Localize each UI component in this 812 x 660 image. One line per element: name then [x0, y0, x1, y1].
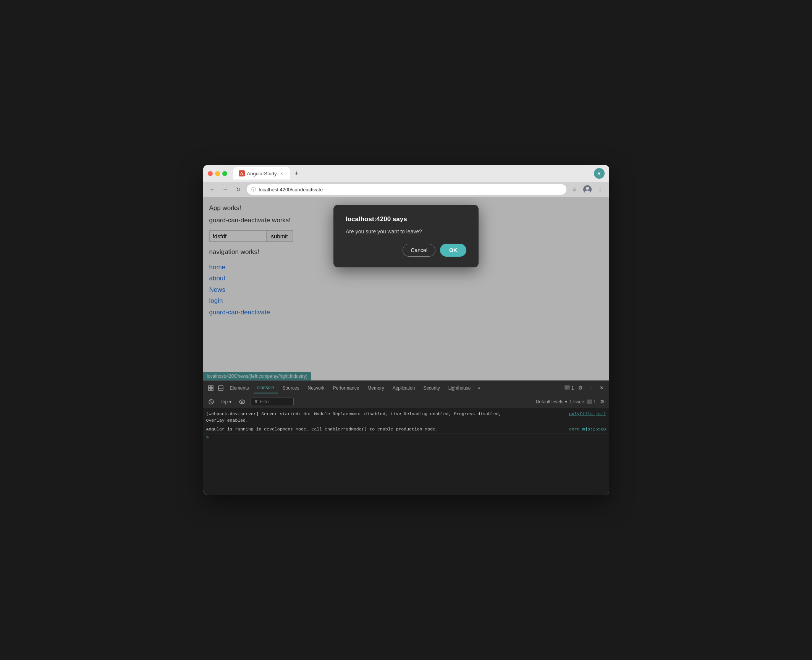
close-traffic-light[interactable]: [208, 171, 213, 176]
console-right-actions: Default levels ▾ 1 Issue: 1 ⚙: [536, 398, 606, 406]
dialog-message: Are you sure you want to leave?: [346, 228, 466, 235]
svg-rect-7: [218, 386, 223, 390]
new-tab-button[interactable]: +: [291, 168, 302, 179]
traffic-lights: [208, 171, 227, 176]
devtools-tab-sources[interactable]: Sources: [279, 383, 303, 393]
devtools-right-actions: 1 ⚙ ⋮ ✕: [565, 384, 606, 392]
console-line-2: Angular is running in development mode. …: [203, 425, 609, 434]
issue-count-badge[interactable]: 1 Issue: 1: [569, 399, 596, 404]
security-icon: ⓘ: [251, 186, 256, 193]
devtools-more-button[interactable]: »: [475, 384, 482, 392]
devtools-tab-memory[interactable]: Memory: [364, 383, 388, 393]
active-tab[interactable]: A AngularStudy ×: [233, 167, 290, 180]
issues-count: 1: [571, 385, 574, 391]
browser-window: A AngularStudy × + ▾ ← → ↻ ⓘ localhost:4…: [203, 165, 609, 495]
url-bar[interactable]: ⓘ localhost:4200/candeactivate: [247, 184, 566, 195]
address-actions: ☆ ⋮: [570, 184, 605, 194]
console-top-selector[interactable]: top ▾: [219, 398, 234, 405]
forward-button[interactable]: →: [221, 185, 230, 194]
devtools-tab-application[interactable]: Application: [389, 383, 419, 393]
console-output: [webpack-dev-server] Server started: Hot…: [203, 408, 609, 495]
devtools-tab-console[interactable]: Console: [254, 383, 278, 393]
svg-point-14: [239, 400, 245, 404]
bookmark-button[interactable]: ☆: [570, 185, 579, 194]
reload-button[interactable]: ↻: [234, 185, 243, 194]
minimize-traffic-light[interactable]: [215, 171, 220, 176]
dialog-ok-button[interactable]: OK: [440, 244, 466, 257]
issue-number: 1: [594, 399, 596, 404]
url-text: localhost:4200/candeactivate: [259, 187, 562, 192]
devtools-tab-network[interactable]: Network: [304, 383, 328, 393]
filter-icon: [254, 400, 258, 404]
back-button[interactable]: ←: [208, 185, 217, 194]
devtools-tab-elements[interactable]: Elements: [226, 383, 253, 393]
dialog-cancel-button[interactable]: Cancel: [403, 244, 435, 257]
svg-rect-5: [209, 388, 210, 390]
address-bar: ← → ↻ ⓘ localhost:4200/candeactivate ☆ ⋮: [203, 182, 609, 197]
devtools-settings-button[interactable]: ⚙: [576, 384, 585, 392]
console-clear-button[interactable]: [206, 398, 216, 405]
devtools-tabs: Elements Console Sources Network Perform…: [203, 381, 609, 395]
svg-rect-3: [209, 386, 210, 388]
filter-input[interactable]: [260, 399, 290, 404]
console-prompt[interactable]: >: [203, 434, 609, 442]
console-context-label: top: [222, 399, 228, 404]
profile-avatar: [583, 185, 592, 194]
console-settings-button[interactable]: ⚙: [598, 398, 606, 406]
console-filter[interactable]: [251, 398, 294, 406]
devtools-close-button[interactable]: ✕: [598, 384, 606, 392]
devtools-dock-bottom[interactable]: [216, 383, 225, 393]
tab-title: AngularStudy: [247, 171, 277, 176]
default-levels-arrow: ▾: [565, 399, 567, 404]
devtools-more-actions[interactable]: ⋮: [587, 384, 595, 392]
default-levels-label: Default levels: [536, 399, 563, 404]
devtools-tab-performance[interactable]: Performance: [329, 383, 363, 393]
console-eye-button[interactable]: [237, 399, 247, 405]
menu-button[interactable]: ⋮: [595, 185, 605, 194]
issues-badge[interactable]: 1: [565, 385, 574, 391]
devtools-tab-security[interactable]: Security: [419, 383, 443, 393]
dialog-overlay: localhost:4200 says Are you sure you wan…: [203, 197, 609, 380]
devtools-panel: Elements Console Sources Network Perform…: [203, 380, 609, 495]
console-text-2: Angular is running in development mode. …: [206, 426, 563, 432]
svg-point-2: [585, 191, 590, 194]
main-content: App works! guard-can-deactivate works! s…: [203, 197, 609, 380]
tab-menu-button[interactable]: ▾: [594, 168, 605, 179]
dialog-title: localhost:4200 says: [346, 215, 466, 223]
svg-line-13: [210, 400, 213, 403]
console-link-1[interactable]: polyfills.js:1: [563, 411, 606, 424]
devtools-tab-lighthouse[interactable]: Lighthouse: [445, 383, 475, 393]
svg-rect-9: [565, 385, 570, 390]
dialog-buttons: Cancel OK: [346, 244, 466, 257]
profile-button[interactable]: [582, 184, 592, 194]
svg-rect-19: [587, 400, 592, 404]
default-levels-button[interactable]: Default levels ▾: [536, 399, 567, 404]
confirm-dialog: localhost:4200 says Are you sure you wan…: [333, 205, 479, 267]
console-link-2[interactable]: core.mjs:25520: [563, 426, 606, 432]
svg-point-15: [241, 401, 243, 403]
issue-label: 1 Issue:: [569, 399, 586, 404]
fullscreen-traffic-light[interactable]: [222, 171, 227, 176]
console-toolbar: top ▾ Default levels: [203, 395, 609, 408]
title-bar: A AngularStudy × + ▾: [203, 165, 609, 182]
console-text-1: [webpack-dev-server] Server started: Hot…: [206, 411, 563, 424]
prompt-arrow: >: [206, 435, 209, 440]
devtools-dock-grid[interactable]: [206, 383, 215, 393]
svg-rect-6: [211, 388, 213, 390]
tab-bar: A AngularStudy × + ▾: [233, 167, 605, 180]
console-context-arrow: ▾: [229, 399, 231, 404]
tab-close-button[interactable]: ×: [279, 171, 285, 176]
svg-rect-4: [211, 386, 213, 388]
angular-icon: A: [239, 170, 245, 176]
console-line-1: [webpack-dev-server] Server started: Hot…: [203, 410, 609, 425]
svg-point-1: [586, 187, 589, 190]
